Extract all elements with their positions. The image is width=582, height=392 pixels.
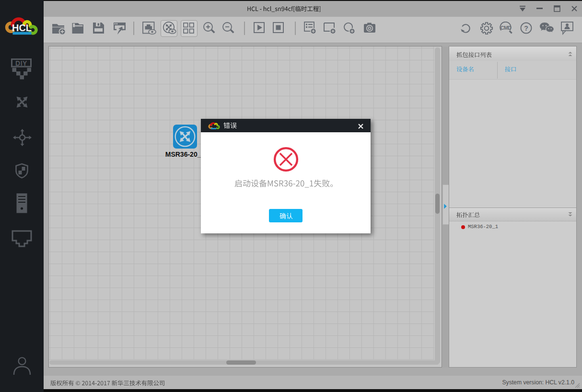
svg-text:CMD: CMD (501, 25, 512, 31)
svg-text:?: ? (524, 24, 528, 32)
svg-text:HCL: HCL (12, 23, 32, 33)
svg-text:DIY: DIY (15, 59, 27, 67)
